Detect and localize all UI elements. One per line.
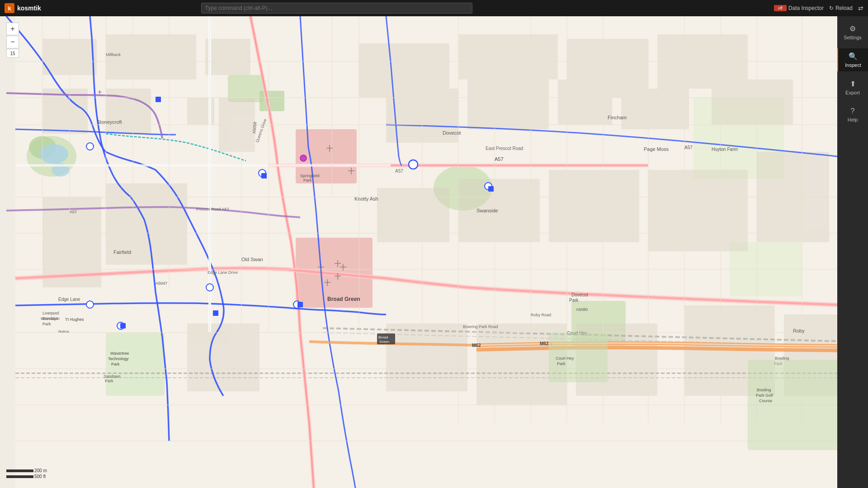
map-container[interactable]: A57 East Prescot Road A57 Knotty Ash Dov… bbox=[0, 16, 868, 488]
svg-rect-39 bbox=[476, 324, 567, 405]
reload-icon: ↻ bbox=[829, 5, 834, 11]
svg-text:Bowring Park Road: Bowring Park Road bbox=[463, 324, 498, 329]
svg-point-111 bbox=[409, 160, 418, 169]
svg-text:A57: A57 bbox=[395, 169, 403, 174]
svg-text:Barclays: Barclays bbox=[42, 316, 58, 321]
svg-rect-34 bbox=[549, 170, 639, 242]
svg-text:Park: Park bbox=[111, 362, 120, 366]
svg-text:East Prescot Road: East Prescot Road bbox=[486, 146, 523, 151]
sidebar-item-help[interactable]: ? Help bbox=[837, 103, 868, 126]
svg-text:Bowling: Bowling bbox=[775, 356, 789, 361]
svg-text:Course: Course bbox=[759, 399, 772, 403]
svg-text:Court Hey: Court Hey bbox=[567, 331, 587, 336]
svg-text:Park: Park bbox=[303, 178, 312, 183]
app-logo-icon: k bbox=[5, 3, 14, 13]
svg-text:Park: Park bbox=[42, 322, 51, 326]
logo-area[interactable]: k kosmtik bbox=[5, 3, 41, 13]
svg-text:A5058: A5058 bbox=[252, 122, 257, 134]
svg-rect-11 bbox=[730, 242, 802, 296]
svg-text:Innovation: Innovation bbox=[41, 316, 60, 321]
inspect-label: Inspect bbox=[845, 62, 861, 68]
right-sidebar: ⚙ Settings 🔍 Inspect ⬆ Export ? Help bbox=[837, 16, 868, 488]
svg-text:Prescot Road A57: Prescot Road A57 bbox=[196, 207, 229, 211]
svg-rect-105 bbox=[156, 97, 161, 102]
svg-text:A57: A57 bbox=[70, 210, 77, 214]
svg-rect-110 bbox=[488, 186, 494, 192]
svg-text:Roby: Roby bbox=[793, 328, 805, 333]
svg-text:Queens Drive: Queens Drive bbox=[255, 118, 267, 143]
app-name: kosmtik bbox=[17, 5, 41, 12]
inspect-icon: 🔍 bbox=[849, 52, 858, 61]
svg-rect-108 bbox=[213, 310, 218, 316]
svg-point-100 bbox=[293, 301, 301, 308]
svg-rect-14 bbox=[42, 39, 97, 75]
svg-text:Broad Green: Broad Green bbox=[327, 296, 360, 302]
svg-rect-20 bbox=[657, 34, 748, 89]
svg-point-7 bbox=[434, 165, 492, 211]
svg-text:TI Hughes: TI Hughes bbox=[65, 317, 84, 322]
svg-text:Bowling: Bowling bbox=[757, 388, 771, 392]
svg-text:Broad: Broad bbox=[378, 335, 388, 339]
zoom-controls: + − 15 bbox=[6, 23, 19, 58]
sidebar-item-settings[interactable]: ⚙ Settings bbox=[837, 21, 868, 44]
svg-rect-35 bbox=[648, 170, 748, 251]
svg-point-97 bbox=[86, 143, 94, 150]
zoom-in-button[interactable]: + bbox=[6, 23, 19, 35]
help-icon: ? bbox=[851, 107, 855, 115]
svg-rect-15 bbox=[106, 34, 196, 80]
svg-text:Technology: Technology bbox=[108, 357, 129, 361]
svg-text:Roby Road: Roby Road bbox=[531, 313, 551, 317]
settings-label: Settings bbox=[844, 35, 862, 40]
svg-text:Park: Park bbox=[557, 361, 566, 366]
settings-icon-button[interactable]: ⇄ bbox=[858, 5, 863, 12]
svg-rect-10 bbox=[693, 98, 784, 179]
svg-rect-22 bbox=[106, 89, 151, 134]
data-inspector-toggle[interactable]: off Data Inspector bbox=[774, 5, 824, 11]
svg-line-45 bbox=[323, 328, 853, 342]
svg-text:A5047: A5047 bbox=[156, 281, 167, 286]
metric-scale-bar bbox=[6, 469, 33, 472]
svg-rect-106 bbox=[261, 173, 267, 178]
svg-text:A57: A57 bbox=[495, 156, 504, 162]
svg-rect-17 bbox=[359, 43, 449, 98]
svg-rect-31 bbox=[106, 183, 187, 265]
export-icon: ⬆ bbox=[850, 80, 856, 88]
sidebar-item-export[interactable]: ⬆ Export bbox=[837, 76, 868, 99]
svg-text:Court Hey: Court Hey bbox=[556, 356, 574, 361]
svg-point-102 bbox=[117, 322, 124, 329]
svg-text:Edge Lane Drive: Edge Lane Drive bbox=[208, 270, 238, 275]
metric-scale-label: 200 m bbox=[34, 468, 47, 473]
svg-rect-6 bbox=[296, 238, 373, 308]
svg-rect-21 bbox=[42, 89, 88, 134]
svg-rect-9 bbox=[106, 333, 165, 396]
svg-rect-27 bbox=[558, 80, 612, 125]
svg-text:Park Golf: Park Golf bbox=[756, 393, 773, 398]
svg-rect-41 bbox=[684, 305, 775, 396]
svg-text:Park: Park bbox=[105, 379, 113, 383]
svg-text:Green: Green bbox=[379, 340, 389, 344]
zoom-out-button[interactable]: − bbox=[6, 36, 19, 48]
svg-text:Liverpool: Liverpool bbox=[42, 311, 59, 315]
svg-text:Stoneycroft: Stoneycroft bbox=[97, 119, 122, 125]
svg-rect-28 bbox=[621, 89, 689, 129]
settings-icon: ⚙ bbox=[849, 24, 856, 33]
svg-text:Fincham: Fincham bbox=[608, 115, 627, 120]
imperial-scale-label: 500 ft bbox=[34, 474, 46, 479]
svg-text:Page Moss: Page Moss bbox=[644, 146, 669, 152]
svg-text:Springfield: Springfield bbox=[300, 174, 320, 178]
svg-text:M62→: M62→ bbox=[540, 341, 553, 346]
svg-text:Old Swan: Old Swan bbox=[241, 257, 263, 262]
svg-point-13 bbox=[52, 163, 70, 177]
svg-rect-8 bbox=[571, 301, 626, 346]
command-input[interactable] bbox=[201, 3, 472, 14]
svg-rect-37 bbox=[187, 324, 259, 391]
svg-rect-5 bbox=[296, 129, 357, 183]
svg-rect-24 bbox=[219, 98, 255, 152]
svg-rect-18 bbox=[458, 34, 558, 80]
reload-button[interactable]: ↻ Reload bbox=[829, 5, 853, 11]
svg-point-99 bbox=[206, 284, 213, 291]
sidebar-item-inspect[interactable]: 🔍 Inspect bbox=[837, 48, 868, 71]
toggle-off-indicator: off bbox=[774, 5, 787, 11]
svg-text:Huyton Farm: Huyton Farm bbox=[712, 147, 738, 152]
svg-rect-36 bbox=[757, 152, 829, 242]
